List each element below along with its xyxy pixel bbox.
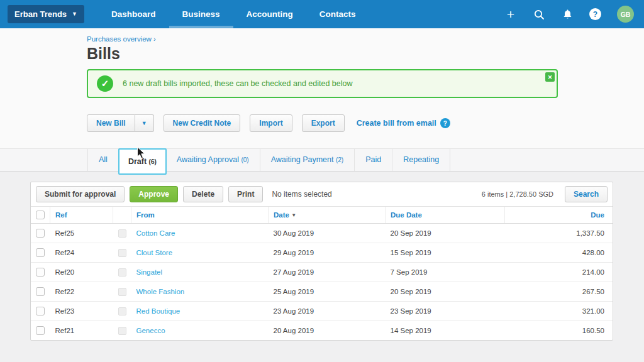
cell-ref: Ref22: [50, 282, 113, 302]
cell-from-link[interactable]: Red Boutique: [131, 302, 269, 321]
cell-date: 30 Aug 2019: [269, 224, 386, 243]
cell-ref: Ref25: [50, 224, 113, 243]
print-button[interactable]: Print: [228, 186, 263, 202]
breadcrumb[interactable]: Purchases overview ›: [87, 35, 558, 43]
attachment-icon: [118, 288, 126, 296]
approve-button[interactable]: Approve: [130, 186, 178, 202]
cell-from-link[interactable]: Clout Store: [131, 243, 269, 263]
cell-due-date: 14 Sep 2019: [386, 321, 505, 341]
col-header-ref[interactable]: Ref: [50, 207, 113, 224]
cell-date: 29 Aug 2019: [269, 243, 386, 263]
chevron-down-icon: ▼: [72, 11, 77, 17]
attachment-icon: [118, 229, 126, 238]
delete-button[interactable]: Delete: [183, 186, 223, 202]
row-checkbox[interactable]: [36, 287, 45, 296]
col-header-from[interactable]: From: [131, 207, 269, 224]
page-header: Purchases overview › Bills ✓ 6 new draft…: [0, 28, 644, 148]
bell-icon[interactable]: [561, 8, 574, 21]
new-credit-note-button[interactable]: New Credit Note: [164, 114, 241, 132]
new-bill-dropdown-button[interactable]: ▼: [135, 114, 154, 132]
cell-due-date: 7 Sep 2019: [386, 263, 505, 282]
select-all-cell: [31, 207, 50, 224]
cell-ref: Ref23: [50, 302, 113, 321]
cell-due-date: 15 Sep 2019: [386, 243, 505, 263]
col-header-date[interactable]: Date ▼: [269, 207, 386, 224]
cell-from-link[interactable]: Cotton Care: [131, 224, 269, 243]
col-header-due[interactable]: Due: [505, 207, 613, 224]
row-checkbox[interactable]: [36, 268, 45, 277]
bills-toolbar: Submit for approval Approve Delete Print…: [31, 182, 613, 207]
help-icon[interactable]: ?: [440, 118, 450, 128]
nav-item-accounting[interactable]: Accounting: [233, 0, 306, 28]
cell-date: 23 Aug 2019: [269, 302, 386, 321]
cell-date: 25 Aug 2019: [269, 282, 386, 302]
content-area: Submit for approval Approve Delete Print…: [0, 172, 644, 341]
top-navbar: Erban Trends ▼ Dashboard Business Accoun…: [0, 0, 644, 28]
cell-due-amount: 267.50: [505, 282, 613, 302]
search-button[interactable]: Search: [565, 186, 608, 202]
export-button[interactable]: Export: [302, 114, 345, 132]
tab-paid[interactable]: Paid: [355, 149, 392, 171]
create-bill-from-email-label: Create bill from email: [357, 119, 436, 128]
items-summary: 6 items | 2,728.50 SGD: [482, 190, 553, 198]
table-header-row: Ref From Date ▼ Due Date Due: [31, 207, 613, 224]
cell-ref: Ref21: [50, 321, 113, 341]
new-bill-split-button: New Bill ▼: [87, 114, 154, 132]
import-button[interactable]: Import: [250, 114, 292, 132]
nav-item-contacts[interactable]: Contacts: [306, 0, 369, 28]
check-icon: ✓: [97, 75, 113, 92]
tab-all[interactable]: All: [87, 149, 119, 171]
bills-table-body: Ref25 Cotton Care 30 Aug 2019 20 Sep 201…: [31, 224, 613, 341]
bills-panel: Submit for approval Approve Delete Print…: [30, 182, 613, 341]
nav-item-dashboard[interactable]: Dashboard: [98, 0, 169, 28]
cell-from-link[interactable]: Genecco: [131, 321, 269, 341]
cell-ref: Ref20: [50, 263, 113, 282]
new-bill-button[interactable]: New Bill: [87, 114, 135, 132]
bills-tab-bar: All Draft (6) Awaiting Approval (0) Awai…: [0, 148, 644, 172]
col-header-due-date[interactable]: Due Date: [386, 207, 505, 224]
row-checkbox[interactable]: [36, 248, 45, 257]
tab-awaiting-payment[interactable]: Awaiting Payment (2): [260, 149, 355, 171]
table-row[interactable]: Ref20 Singatel 27 Aug 2019 7 Sep 2019 21…: [31, 263, 613, 282]
cell-from-link[interactable]: Singatel: [131, 263, 269, 282]
row-checkbox[interactable]: [36, 326, 45, 335]
cell-due-date: 20 Sep 2019: [386, 282, 505, 302]
sort-desc-icon: ▼: [291, 212, 296, 218]
nav-item-business[interactable]: Business: [169, 0, 233, 28]
cell-due-amount: 1,337.50: [505, 224, 613, 243]
actions-row: New Bill ▼ New Credit Note Import Export…: [87, 114, 558, 132]
main-menu: Dashboard Business Accounting Contacts: [98, 0, 369, 28]
cell-date: 20 Aug 2019: [269, 321, 386, 341]
col-header-attachment: [113, 207, 131, 224]
cell-from-link[interactable]: Whole Fashion: [131, 282, 269, 302]
cell-due-date: 20 Sep 2019: [386, 224, 505, 243]
tab-awaiting-approval[interactable]: Awaiting Approval (0): [166, 149, 260, 171]
table-row[interactable]: Ref24 Clout Store 29 Aug 2019 15 Sep 201…: [31, 243, 613, 263]
help-icon[interactable]: ?: [589, 8, 601, 20]
success-banner: ✓ 6 new draft bills imported, these can …: [87, 69, 558, 98]
tab-draft[interactable]: Draft (6): [118, 148, 167, 175]
table-row[interactable]: Ref21 Genecco 20 Aug 2019 14 Sep 2019 16…: [31, 321, 613, 341]
cell-due-amount: 428.00: [505, 243, 613, 263]
cell-due-date: 23 Sep 2019: [386, 302, 505, 321]
table-row[interactable]: Ref22 Whole Fashion 25 Aug 2019 20 Sep 2…: [31, 282, 613, 302]
avatar[interactable]: GB: [617, 6, 634, 23]
close-icon[interactable]: ✕: [545, 72, 555, 82]
attachment-icon: [118, 307, 126, 315]
plus-icon[interactable]: +: [504, 8, 517, 21]
search-icon[interactable]: [533, 8, 545, 21]
row-checkbox[interactable]: [36, 229, 45, 238]
table-row[interactable]: Ref25 Cotton Care 30 Aug 2019 20 Sep 201…: [31, 224, 613, 243]
table-row[interactable]: Ref23 Red Boutique 23 Aug 2019 23 Sep 20…: [31, 302, 613, 321]
create-bill-from-email-link[interactable]: Create bill from email ?: [357, 118, 450, 128]
select-all-checkbox[interactable]: [36, 211, 45, 219]
cell-due-amount: 321.00: [505, 302, 613, 321]
submit-for-approval-button[interactable]: Submit for approval: [36, 186, 125, 202]
attachment-icon: [118, 327, 126, 335]
cell-ref: Ref24: [50, 243, 113, 263]
bills-table: Ref From Date ▼ Due Date Due Ref25 Cotto…: [31, 207, 613, 340]
cell-due-amount: 160.50: [505, 321, 613, 341]
org-menu-button[interactable]: Erban Trends ▼: [8, 5, 84, 23]
tab-repeating[interactable]: Repeating: [392, 149, 450, 171]
row-checkbox[interactable]: [36, 307, 45, 315]
